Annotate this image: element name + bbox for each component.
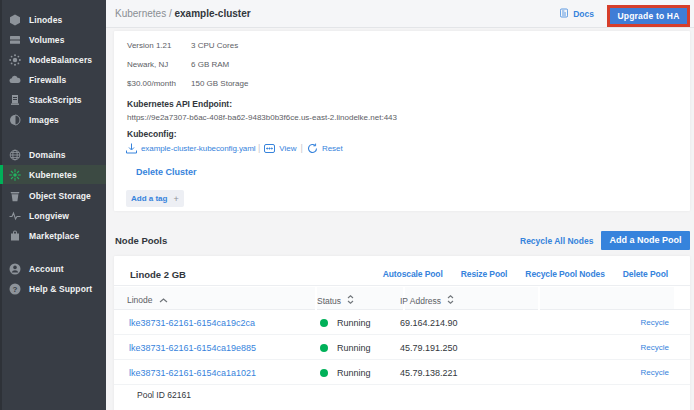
svg-text:?: ? bbox=[13, 284, 18, 293]
